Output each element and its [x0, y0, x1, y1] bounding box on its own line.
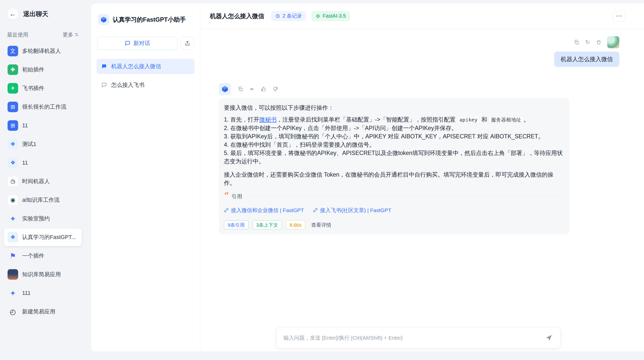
chat-main: 机器人怎么接入微信 2 条记录 FastAI-3.5 ⋯ — [200, 4, 644, 351]
new-chat-label: 新对话 — [134, 39, 150, 47]
copy-button[interactable] — [572, 38, 581, 47]
sidebar-item-initial-plugin[interactable]: ✚ 初始插件 — [4, 61, 82, 78]
more-menu-button[interactable]: ⋯ — [613, 11, 625, 21]
app-label: 11 — [22, 159, 28, 166]
app-label: 初始插件 — [22, 66, 44, 73]
app-icon: ❖ — [8, 139, 18, 149]
sidebar-item-test1[interactable]: ❖ 测试1 — [4, 135, 82, 153]
history-item-label: 机器人怎么接入微信 — [111, 63, 161, 70]
clock-icon: ◷ — [8, 176, 18, 187]
sidebar-item-11-a[interactable]: ⊞ 11 — [4, 117, 82, 134]
sidebar-item-feishu-plugin[interactable]: ✈ 飞书插件 — [4, 79, 82, 97]
chat-bubble-icon — [101, 82, 107, 88]
copy-button[interactable] — [236, 85, 245, 94]
answer-step-4: 4. 在微秘书中找到「首页」，扫码登录需要接入的微信号。 — [224, 141, 565, 149]
assistant-bubble: 要接入微信，可以按照以下步骤进行操作： 1. 首先，打开微秘书，注册登录后找到菜… — [219, 98, 570, 234]
response-meta-row: 9条引用 3条上下文 8.66s 查看详情 — [224, 220, 565, 229]
sidebar-item-lab-booking[interactable]: ✦ 实验室预约 — [4, 210, 82, 227]
more-label: 更多 — [63, 31, 73, 38]
user-message-toolbar: ↻ — [572, 36, 619, 48]
citation-row: 接入微信和企业微信 | FastGPT 接入飞书(社区文章) | FastGPT — [224, 206, 565, 214]
app-label: 111 — [22, 290, 30, 296]
app-icon: ◉ — [8, 195, 18, 205]
history-item-feishu[interactable]: 怎么接入飞书 — [97, 77, 194, 93]
sidebar-item-long-workflow[interactable]: ⊞ 很长很长的工作流 — [4, 98, 82, 116]
sidebar-item-a-plugin[interactable]: ⚑ 一个插件 — [4, 247, 82, 265]
app-icon: ❖ — [8, 157, 18, 168]
app-icon: ✚ — [8, 64, 18, 75]
quote-row: “ 引用 — [224, 192, 565, 201]
app-label: 认真学习的FastGPT... — [22, 233, 76, 241]
sidebar-item-11-b[interactable]: ❖ 11 — [4, 154, 82, 172]
sidebar-item-time-bot[interactable]: ◷ 时间机器人 — [4, 173, 82, 190]
back-button[interactable]: ← — [7, 8, 19, 20]
message-input-bar — [276, 327, 560, 348]
new-chat-button[interactable]: 新对话 — [97, 37, 177, 50]
model-badge-label: FastAI-3.5 — [323, 13, 346, 19]
flag-icon: ⚑ — [8, 251, 18, 261]
view-detail-link[interactable]: 查看详情 — [311, 221, 331, 229]
history-clock-icon — [275, 14, 280, 19]
thumbs-up-button[interactable] — [259, 85, 268, 94]
assistant-message: 要接入微信，可以按照以下步骤进行操作： 1. 首先，打开微秘书，注册登录后找到菜… — [219, 83, 619, 234]
assistant-avatar-cube-icon — [219, 83, 231, 95]
alarm-clock-icon: ◴ — [8, 306, 18, 317]
newchat-row: 新对话 — [97, 37, 194, 50]
sidebar-item-translate-bot[interactable]: 文 多轮翻译机器人 — [4, 42, 82, 60]
left-sidebar: ← 退出聊天 最近使用 更多 ⇅ 文 多轮翻译机器人 ✚ 初始插件 ✈ 飞书插件… — [0, 0, 86, 360]
sidebar-item-new-simple-app[interactable]: ◴ 新建简易应用 — [4, 303, 82, 321]
model-chip-icon — [315, 14, 320, 19]
code-server-root: 服务器根地址 — [489, 116, 524, 123]
exit-chat-row: ← 退出聊天 — [7, 8, 78, 20]
citations-count-badge[interactable]: 9条引用 — [224, 220, 249, 229]
app-title: 认真学习的FastGPT小助手 — [113, 16, 186, 24]
wemishu-link[interactable]: 微秘书 — [259, 116, 277, 123]
sidebar-item-ai-kb-workflow[interactable]: ◉ ai知识库工作流 — [4, 191, 82, 209]
send-button[interactable] — [543, 332, 555, 344]
citation-link-wechat[interactable]: 接入微信和企业微信 | FastGPT — [224, 206, 304, 214]
sidebar-item-fastgpt-assistant[interactable]: ❖ 认真学习的FastGPT... — [4, 228, 82, 246]
app-label: 测试1 — [22, 140, 36, 148]
quote-label: 引用 — [231, 192, 242, 201]
quote-icon: “ — [224, 194, 229, 199]
app-label: 时间机器人 — [22, 178, 50, 185]
model-badge: FastAI-3.5 — [311, 11, 350, 21]
history-item-wechat[interactable]: 机器人怎么接入微信 — [97, 59, 194, 74]
chat-header: 机器人怎么接入微信 2 条记录 FastAI-3.5 ⋯ — [200, 4, 644, 29]
sidebar-item-kb-simple-app[interactable]: 知识库简易应用 — [4, 266, 82, 283]
exit-chat-label: 退出聊天 — [23, 10, 48, 18]
share-button[interactable] — [181, 37, 194, 50]
context-count-badge[interactable]: 3条上下文 — [253, 220, 282, 229]
delete-button[interactable] — [594, 38, 603, 47]
sidebar-item-111[interactable]: ✦ 111 — [4, 284, 82, 302]
records-badge: 2 条记录 — [271, 11, 306, 21]
app-label: 新建简易应用 — [22, 308, 55, 315]
bulb-icon: ✦ — [8, 288, 18, 298]
chat-bubble-icon — [101, 63, 107, 69]
app-label: 11 — [22, 122, 28, 129]
app-icon: ⊞ — [8, 102, 18, 112]
app-label: 一个插件 — [22, 252, 44, 260]
retry-button[interactable]: ↻ — [583, 38, 592, 47]
citation-link-feishu[interactable]: 接入飞书(社区文章) | FastGPT — [313, 206, 391, 214]
read-aloud-button[interactable] — [248, 85, 257, 94]
thumbs-down-button[interactable] — [271, 85, 280, 94]
user-bubble: 机器人怎么接入微信 — [554, 52, 619, 67]
recent-row: 最近使用 更多 ⇅ — [7, 31, 78, 38]
answer-intro: 要接入微信，可以按照以下步骤进行操作： — [224, 104, 565, 112]
chat-title: 机器人怎么接入微信 — [210, 12, 264, 20]
link-icon — [313, 208, 318, 213]
response-time-badge: 8.66s — [286, 220, 305, 229]
message-list: ↻ 机器人怎么接入微信 — [200, 29, 644, 351]
image-icon — [8, 269, 18, 280]
answer-outro: 接入企业微信时，还需要购买企业微信 Token，在微秘书的会员开通栏目中自行购买… — [224, 171, 565, 187]
panel-header: 认真学习的FastGPT小助手 — [98, 14, 193, 25]
chat-bubble-icon — [125, 40, 131, 46]
app-icon: ⊞ — [8, 120, 18, 131]
share-icon — [184, 40, 190, 46]
more-apps-button[interactable]: 更多 ⇅ — [63, 31, 78, 38]
assistant-message-toolbar — [219, 83, 619, 95]
answer-step-2: 2. 在微秘书中创建一个APIKey，点击「外部使用」->「API访问」创建一个… — [224, 124, 565, 132]
answer-step-1: 1. 首先，打开微秘书，注册登录后找到菜单栏「基础配置」->「智能配置」，按照指… — [224, 115, 565, 124]
message-input[interactable] — [284, 335, 543, 341]
